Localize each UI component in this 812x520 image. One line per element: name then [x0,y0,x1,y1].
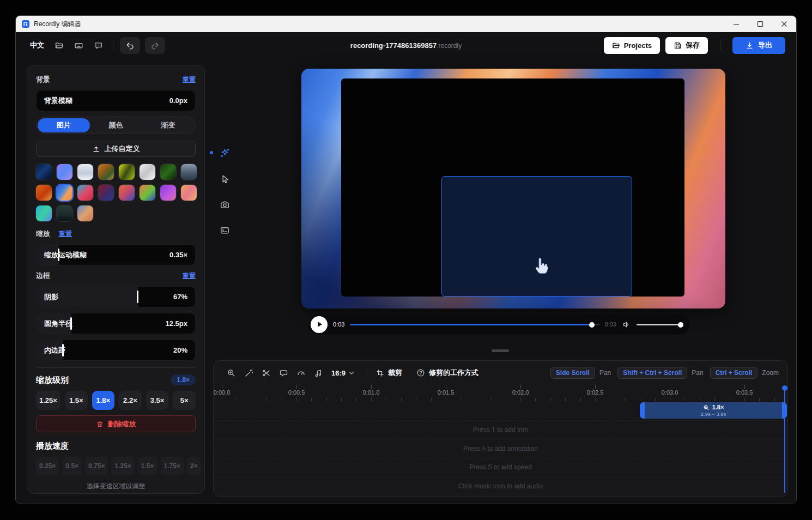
tab-gradient[interactable]: 渐变 [142,118,194,132]
corner-radius-slider[interactable]: 圆角半径12.5px [36,313,196,334]
maximize-button[interactable] [748,16,772,32]
background-thumbnail-lake-reflection[interactable] [181,164,197,180]
speed-option-0.25x[interactable]: 0.25× [36,457,59,475]
playhead[interactable] [782,385,788,493]
background-thumbnail-night-ridge[interactable] [57,205,72,221]
seek-bar[interactable] [350,321,599,328]
play-button[interactable] [311,316,328,333]
tab-image[interactable]: 图片 [38,118,90,132]
language-button[interactable]: 中文 [27,38,47,52]
speed-gauge-button[interactable] [293,365,308,380]
zoom-option-1.5x[interactable]: 1.5× [65,391,88,410]
slider-value: 0.0px [169,96,187,105]
annotation-button[interactable] [276,365,291,380]
scissors-button[interactable] [258,365,274,380]
tab-color[interactable]: 颜色 [90,118,142,132]
cursor-icon [220,174,230,184]
timeline-lane-4[interactable]: Click music icon to add audio [214,476,787,495]
background-thumbnail-white-ripples[interactable] [140,164,155,180]
playback-speed-hint: 选择变速区域以调整 [36,482,196,491]
zoom-in-button[interactable] [223,365,239,380]
timeline-lane-1[interactable]: Press T to add trim [214,420,787,439]
speed-option-1.75x[interactable]: 1.75× [161,457,184,475]
slider-label: 背景模糊 [44,96,72,106]
zoom-region-rectangle[interactable] [441,176,632,297]
titlebar: Recordly 编辑器 [16,16,796,32]
crop-label: 裁剪 [388,368,402,378]
screenshot-tool-button[interactable] [218,198,231,211]
top-toolbar: 中文 recording-1774861369857 [16,32,796,58]
timeline-lane-2[interactable]: Press A to add annotation [214,439,787,458]
cursor-tool-button[interactable] [218,172,231,185]
speed-option-0.75x[interactable]: 0.75× [85,457,108,475]
effects-tool-button[interactable] [218,147,231,160]
background-blur-slider[interactable]: 背景模糊0.0px [36,90,196,111]
caption-tool-button[interactable] [218,223,231,237]
timeline-ruler[interactable]: 0:00.00:00.50:01.00:01.50:02.00:02.50:03… [214,385,787,401]
minimize-button[interactable] [724,16,748,32]
export-button[interactable]: 导出 [732,37,785,54]
trim-help-label: 修剪的工作方式 [429,368,478,378]
open-project-button[interactable] [51,38,67,53]
zoom-option-1.8x[interactable]: 1.8× [92,391,115,410]
crop-button[interactable]: 裁剪 [376,368,402,378]
background-thumbnail-aurora-green[interactable] [140,185,155,201]
zoom-reset-link[interactable]: 重置 [59,229,72,239]
slider-thumb[interactable] [137,291,138,303]
speaker-icon[interactable] [622,320,631,329]
background-thumbnail-forest-green[interactable] [160,164,176,180]
background-thumbnail-violet-glow[interactable] [160,185,176,201]
background-thumbnail-orange-bloom[interactable] [36,185,52,201]
undo-button[interactable] [120,37,140,54]
padding-slider[interactable]: 内边距20% [36,340,196,361]
zoom-option-3.5x[interactable]: 3.5× [146,391,169,410]
background-thumbnail-big-sur[interactable] [77,185,93,201]
timeline-lane-3[interactable]: Press S to add speed [214,458,787,477]
zoom-lane[interactable]: 1.8× 2.9s – 3.9s [214,401,787,420]
trim-help-button[interactable]: 修剪的工作方式 [416,368,478,378]
volume-slider[interactable] [637,321,682,328]
zoom-clip-block[interactable]: 1.8× 2.9s – 3.9s [640,402,787,419]
background-thumbnail-autumn-valley[interactable] [98,164,114,180]
shortcuts-button[interactable] [70,38,87,53]
zoom-option-1.25x[interactable]: 1.25× [36,391,60,410]
speed-option-0.5x[interactable]: 0.5× [62,457,82,475]
zoom-motion-blur-slider[interactable]: 缩放运动模糊0.35× [36,244,196,265]
zoom-option-2.2x[interactable]: 2.2× [119,391,142,410]
background-thumbnail-ventura-rays[interactable] [57,185,72,201]
background-thumbnail-snowy-peak[interactable] [77,164,93,180]
ruler-tick [371,385,372,389]
zoom-option-5x[interactable]: 5× [173,391,196,410]
video-preview-canvas[interactable] [301,69,725,309]
project-filename[interactable]: recording-1774861369857.recordly [350,41,462,50]
upload-custom-button[interactable]: 上传自定义 [36,141,196,157]
background-reset-link[interactable]: 重置 [183,75,196,84]
save-button[interactable]: 保存 [665,37,708,54]
close-button[interactable] [772,16,796,32]
speed-option-1.25x[interactable]: 1.25× [111,457,134,475]
feedback-button[interactable] [90,38,106,53]
panel-resize-handle[interactable] [492,349,509,352]
magic-wand-button[interactable] [241,365,256,380]
background-thumbnail-peach-rays[interactable] [181,185,197,201]
keyboard-icon [74,41,83,50]
background-thumbnail-purple-haze[interactable] [57,164,72,180]
background-thumbnail-crimson-dusk[interactable] [98,185,114,201]
delete-zoom-button[interactable]: 删除缩放 [36,415,196,432]
volume-thumb[interactable] [678,322,683,328]
background-thumbnail-dark-abstract[interactable] [36,164,52,180]
speed-option-1.5x[interactable]: 1.5× [138,457,157,475]
aspect-ratio-dropdown[interactable]: 16:9 [331,369,355,377]
background-thumbnail-lime-abstract[interactable] [119,164,135,180]
projects-button[interactable]: Projects [604,37,660,54]
background-thumbnail-sunset-wave[interactable] [119,185,135,201]
redo-button[interactable] [145,37,165,54]
speed-option-2x[interactable]: 2× [187,457,201,475]
seek-bar-thumb[interactable] [589,322,595,328]
border-reset-link[interactable]: 重置 [183,271,196,281]
shadow-slider[interactable]: 阴影67% [36,286,196,307]
music-button[interactable] [311,365,326,380]
background-thumbnail-teal-rays[interactable] [36,205,52,221]
trash-icon [96,420,104,428]
background-thumbnail-pastel-clouds[interactable] [77,205,93,221]
